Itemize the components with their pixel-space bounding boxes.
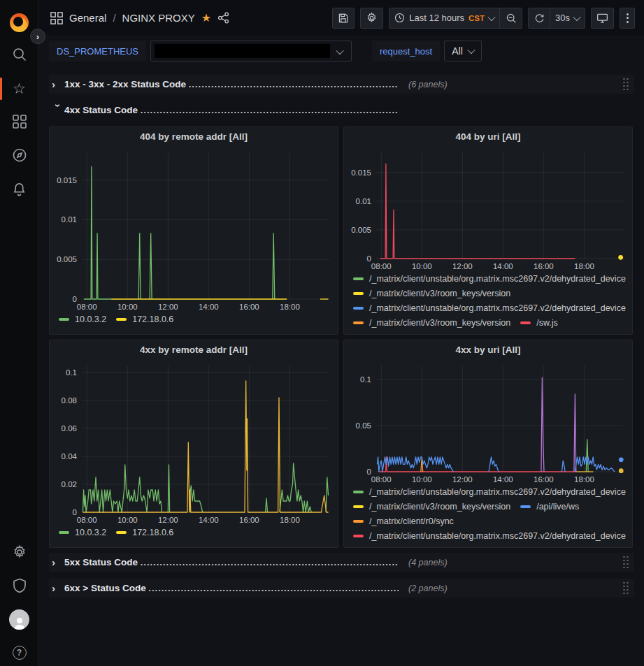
chart-legend: /_matrix/client/unstable/org.matrix.msc2… xyxy=(344,486,632,547)
legend-item[interactable]: /api/live/ws xyxy=(520,502,579,512)
svg-text:0: 0 xyxy=(367,468,371,476)
sidebar-item-dashboards[interactable] xyxy=(0,108,38,136)
svg-text:14:00: 14:00 xyxy=(493,262,513,270)
row-4xx-status-code[interactable]: › 4xx Status Code ......................… xyxy=(49,101,634,120)
legend-item[interactable]: 172.18.0.6 xyxy=(116,528,173,537)
row-6xx-status-code[interactable]: › 6xx > Status Code ....................… xyxy=(49,579,634,598)
legend-label: 10.0.3.2 xyxy=(75,528,106,537)
svg-text:10:00: 10:00 xyxy=(412,262,432,270)
user-avatar[interactable] xyxy=(0,605,38,633)
panel-4xx-by-remote-addr: 4xx by remote addr [All] 08:0010:0012:00… xyxy=(49,340,338,548)
legend-label: 172.18.0.6 xyxy=(132,528,173,537)
variables-bar: DS_PROMETHEUS request_host All xyxy=(38,36,644,67)
panel-title[interactable]: 404 by uri [All] xyxy=(344,127,632,147)
legend-item[interactable]: /sw.js xyxy=(520,318,558,328)
row-drag-handle[interactable] xyxy=(623,582,629,595)
chevron-down-icon xyxy=(573,13,580,20)
row-1xx-3xx-2xx[interactable]: › 1xx - 3xx - 2xx Status Code ..........… xyxy=(49,75,634,94)
legend-item[interactable]: /_matrix/client/unstable/org.matrix.msc2… xyxy=(353,531,626,541)
time-range-label: Last 12 hours xyxy=(409,13,464,23)
apps-grid-icon xyxy=(50,12,63,24)
legend-swatch xyxy=(353,277,364,280)
row-5xx-status-code[interactable]: › 5xx Status Code ......................… xyxy=(49,553,634,572)
zoom-out-button[interactable] xyxy=(500,8,522,29)
chevron-down-icon: › xyxy=(52,104,64,117)
save-dashboard-button[interactable] xyxy=(332,8,355,29)
chart-plot[interactable]: 08:0010:0012:0014:0016:0018:0000.0050.01… xyxy=(50,147,338,313)
legend-item[interactable]: /_matrix/client/v3/room_keys/version xyxy=(353,318,510,328)
svg-text:0: 0 xyxy=(73,508,77,516)
ds-prometheus-select[interactable] xyxy=(150,41,352,61)
favorite-star-icon[interactable]: ★ xyxy=(201,11,211,24)
help-icon: ? xyxy=(13,646,27,660)
chevron-down-icon xyxy=(336,47,343,55)
svg-text:16:00: 16:00 xyxy=(534,475,554,484)
svg-text:08:00: 08:00 xyxy=(77,303,97,311)
refresh-button[interactable] xyxy=(528,8,550,29)
panel-title[interactable]: 404 by remote addr [All] xyxy=(50,127,338,147)
legend-swatch xyxy=(520,505,531,508)
sidebar-item-help[interactable]: ? xyxy=(0,639,38,666)
refresh-icon xyxy=(534,13,545,23)
legend-item[interactable]: 172.18.0.6 xyxy=(116,314,173,324)
legend-item[interactable]: 10.0.3.2 xyxy=(59,314,106,324)
tv-mode-button[interactable] xyxy=(591,8,614,29)
share-icon[interactable] xyxy=(217,12,229,24)
svg-text:10:00: 10:00 xyxy=(117,516,138,524)
panel-title[interactable]: 4xx by remote addr [All] xyxy=(50,340,338,360)
sidebar-item-configuration[interactable] xyxy=(0,538,38,566)
breadcrumb-section[interactable]: General xyxy=(69,12,106,24)
svg-text:0: 0 xyxy=(73,295,77,303)
more-options-button[interactable] xyxy=(620,8,635,29)
legend-swatch xyxy=(353,535,364,537)
legend-swatch xyxy=(353,321,364,324)
row-drag-handle[interactable] xyxy=(623,78,629,91)
row-panel-count: (6 panels) xyxy=(408,80,448,89)
svg-text:18:00: 18:00 xyxy=(574,475,594,484)
sidebar-expand-button[interactable]: › xyxy=(30,29,45,44)
toolbar: Last 12 hours CST 30s xyxy=(332,8,635,29)
breadcrumb-separator: / xyxy=(113,12,115,24)
legend-label: /_matrix/client/unstable/org.matrix.msc2… xyxy=(369,531,626,541)
row-dots: ........................................… xyxy=(141,557,399,567)
row-drag-handle[interactable] xyxy=(623,556,629,569)
chart-plot[interactable]: 08:0010:0012:0014:0016:0018:0000.020.040… xyxy=(50,360,338,526)
request-host-select[interactable]: All xyxy=(444,41,482,61)
legend-item[interactable]: /_matrix/client/r0/sync xyxy=(353,516,454,526)
legend-item[interactable]: /_matrix/client/unstable/org.matrix.msc2… xyxy=(353,303,626,313)
legend-item[interactable]: /_matrix/client/v3/room_keys/version xyxy=(353,502,510,512)
legend-label: /_matrix/client/v3/room_keys/version xyxy=(369,289,510,298)
svg-text:0.015: 0.015 xyxy=(351,168,371,177)
sidebar-item-alerting[interactable] xyxy=(0,175,38,203)
legend-item[interactable]: /_matrix/client/unstable/org.matrix.msc2… xyxy=(353,274,626,284)
legend-item[interactable]: /_matrix/client/unstable/org.matrix.msc2… xyxy=(353,487,626,497)
row-dots: ........................................… xyxy=(148,583,399,593)
dashboard-title[interactable]: NGINX PROXY xyxy=(122,12,195,24)
chart-plot[interactable]: 08:0010:0012:0014:0016:0018:0000.050.1 xyxy=(344,360,632,486)
svg-text:12:00: 12:00 xyxy=(158,303,178,311)
chevron-down-icon xyxy=(487,13,495,20)
sidebar-item-explore[interactable] xyxy=(0,141,38,169)
chart-plot[interactable]: 08:0010:0012:0014:0016:0018:0000.0050.01… xyxy=(344,147,632,273)
legend-swatch xyxy=(520,321,531,324)
refresh-interval-label: 30s xyxy=(555,13,570,23)
variable-label-ds-prometheus: DS_PROMETHEUS xyxy=(49,41,146,61)
search-icon[interactable] xyxy=(0,41,38,68)
svg-text:0: 0 xyxy=(367,254,371,263)
legend-label: /_matrix/client/v3/room_keys/version xyxy=(369,502,510,512)
sidebar-item-starred[interactable]: ☆ xyxy=(0,75,38,103)
legend-swatch xyxy=(59,531,69,534)
svg-text:08:00: 08:00 xyxy=(371,475,392,484)
svg-text:18:00: 18:00 xyxy=(280,303,300,311)
sidebar: ☆ ? xyxy=(0,0,38,666)
legend-item[interactable]: 10.0.3.2 xyxy=(59,528,106,537)
refresh-interval-picker[interactable]: 30s xyxy=(550,8,585,29)
time-range-picker[interactable]: Last 12 hours CST xyxy=(389,8,500,29)
sidebar-item-admin[interactable] xyxy=(0,572,38,600)
gear-icon xyxy=(366,12,378,24)
panel-title[interactable]: 4xx by uri [All] xyxy=(344,340,632,360)
dashboard-settings-button[interactable] xyxy=(360,8,383,29)
svg-text:0.015: 0.015 xyxy=(57,176,77,184)
chevron-right-icon: › xyxy=(52,556,64,568)
legend-item[interactable]: /_matrix/client/v3/room_keys/version xyxy=(353,289,510,298)
